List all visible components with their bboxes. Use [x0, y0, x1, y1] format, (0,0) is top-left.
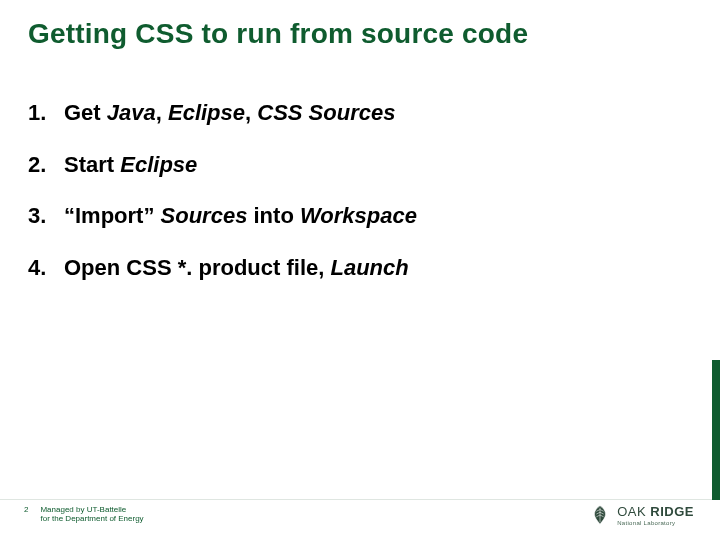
list-item: Get Java, Eclipse, CSS Sources [28, 98, 692, 128]
footer: 2 Managed by UT-Battelle for the Departm… [24, 505, 144, 524]
step-text: “Import” [64, 203, 161, 228]
list-item: “Import” Sources into Workspace [28, 201, 692, 231]
oak-leaf-icon [589, 504, 611, 526]
slide-title: Getting CSS to run from source code [28, 18, 692, 50]
step-em: CSS Sources [257, 100, 395, 125]
oak-ridge-logo: OAK RIDGE National Laboratory [589, 504, 694, 526]
step-list: Get Java, Eclipse, CSS Sources Start Ecl… [28, 98, 692, 283]
step-em: Eclipse [168, 100, 245, 125]
logo-top-bold: RIDGE [650, 504, 694, 519]
step-text: Open CSS *. product file, [64, 255, 330, 280]
step-em: Sources [161, 203, 248, 228]
logo-subtitle: National Laboratory [617, 520, 694, 526]
management-credit: Managed by UT-Battelle for the Departmen… [40, 505, 143, 524]
step-em: Workspace [300, 203, 417, 228]
step-em: Launch [330, 255, 408, 280]
logo-text: OAK RIDGE National Laboratory [617, 505, 694, 526]
step-text: , [245, 100, 257, 125]
footer-line: Managed by UT-Battelle [40, 505, 143, 515]
logo-top-plain: OAK [617, 504, 646, 519]
list-item: Open CSS *. product file, Launch [28, 253, 692, 283]
step-text: Start [64, 152, 120, 177]
divider [0, 499, 720, 500]
footer-line: for the Department of Energy [40, 514, 143, 524]
page-number: 2 [24, 505, 28, 515]
step-em: Eclipse [120, 152, 197, 177]
logo-title: OAK RIDGE [617, 505, 694, 518]
slide: Getting CSS to run from source code Get … [0, 0, 720, 540]
step-text: Get [64, 100, 107, 125]
step-text: into [247, 203, 300, 228]
list-item: Start Eclipse [28, 150, 692, 180]
step-em: Java [107, 100, 156, 125]
step-text: , [156, 100, 168, 125]
side-accent [712, 360, 720, 500]
